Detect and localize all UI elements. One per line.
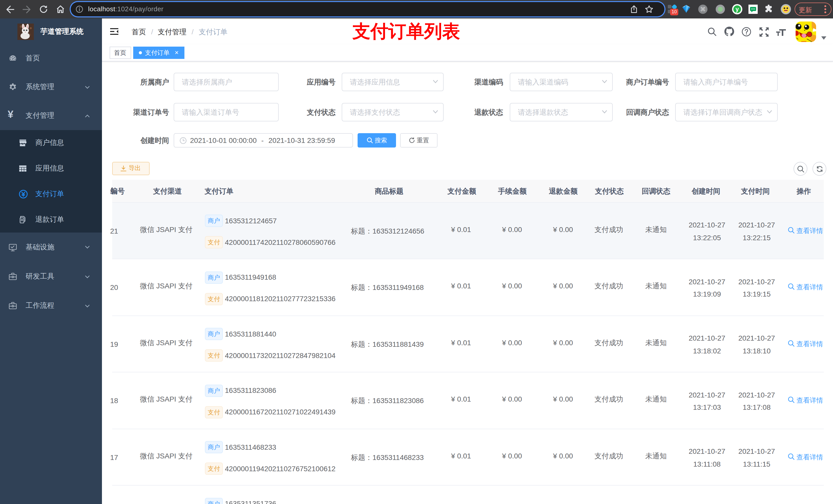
svg-text:⌘: ⌘	[700, 6, 706, 13]
svg-text:y: y	[736, 6, 739, 13]
